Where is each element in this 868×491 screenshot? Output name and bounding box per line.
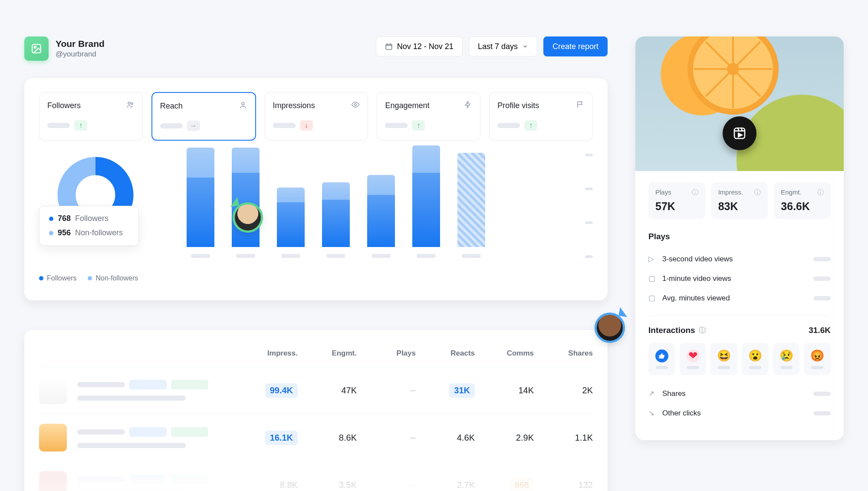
mini-stat-plays: Plays ⓘ 57K xyxy=(648,182,705,219)
create-report-button[interactable]: Create report xyxy=(543,36,608,56)
table-row[interactable]: 99.4K47K--31K14K2K xyxy=(39,366,593,414)
placeholder xyxy=(813,277,831,281)
svg-point-3 xyxy=(128,102,130,104)
mini-plays-value: 57K xyxy=(655,200,698,213)
users-icon xyxy=(126,100,135,111)
col-engmt[interactable]: Engmt. xyxy=(298,349,357,358)
interactions-title: Interactions xyxy=(648,326,695,335)
donut-nonfollowers-count: 956 xyxy=(58,228,71,237)
row-meta xyxy=(77,380,239,401)
placeholder xyxy=(273,123,296,128)
reaction-wow[interactable]: 😮 xyxy=(742,343,769,375)
metric-profile-visits[interactable]: Profile visits ↑ xyxy=(489,92,593,141)
stat-avgmin: ▢ Avg. minutes viewed xyxy=(648,288,831,308)
mini-stat-engmt: Engmt. ⓘ 36.6K xyxy=(774,182,831,219)
mini-engmt-label: Engmt. xyxy=(781,188,802,197)
col-impress[interactable]: Impress. xyxy=(239,349,298,358)
bar-column xyxy=(277,188,305,258)
bar-column xyxy=(322,182,350,258)
reel-icon xyxy=(733,126,746,140)
person-icon xyxy=(239,101,247,111)
col-comms[interactable]: Comms xyxy=(475,349,534,358)
dot-icon xyxy=(49,217,53,221)
stat-shares: ↗ Shares xyxy=(648,384,831,403)
donut-followers-label: Followers xyxy=(75,214,108,223)
trend-up-icon: ↑ xyxy=(412,120,425,131)
overview-card: Followers ↑ Reach xyxy=(24,78,608,300)
video-icon: ▢ xyxy=(648,274,657,283)
bar-column xyxy=(412,145,440,258)
trend-down-icon: ↓ xyxy=(300,120,313,131)
calendar-icon xyxy=(385,43,393,50)
share-icon: ↗ xyxy=(648,389,657,398)
collaborator-avatar xyxy=(233,202,263,233)
col-reacts[interactable]: Reacts xyxy=(416,349,475,358)
table-row[interactable]: 8.8K3.5K--2.7K668132 xyxy=(39,461,593,491)
reaction-angry[interactable]: 😡 xyxy=(804,343,831,375)
info-icon[interactable]: ⓘ xyxy=(692,188,698,197)
col-plays[interactable]: Plays xyxy=(357,349,416,358)
svg-point-5 xyxy=(242,102,244,105)
image-placeholder-icon xyxy=(31,43,42,54)
stat-1min: ▢ 1-minute video views xyxy=(648,269,831,288)
metric-impressions-label: Impressions xyxy=(273,101,315,110)
play-icon: ▷ xyxy=(648,254,657,264)
metric-engagement[interactable]: Engagement ↑ xyxy=(377,92,480,141)
mini-plays-label: Plays xyxy=(655,188,671,197)
mini-impress-value: 83K xyxy=(718,200,761,213)
svg-point-4 xyxy=(131,102,133,104)
metric-engagement-label: Engagement xyxy=(385,101,429,110)
reaction-like[interactable] xyxy=(648,343,675,375)
svg-rect-2 xyxy=(386,44,392,49)
mini-engmt-value: 36.6K xyxy=(781,200,824,213)
reaction-haha[interactable]: 😆 xyxy=(710,343,737,375)
bar-column xyxy=(187,148,214,258)
placeholder xyxy=(385,123,408,128)
reaction-love[interactable]: ❤ xyxy=(680,343,707,375)
orange-illustration xyxy=(683,36,783,119)
donut-followers-count: 768 xyxy=(58,214,71,223)
chevron-down-icon xyxy=(522,43,528,49)
plays-section-title: Plays xyxy=(648,232,831,241)
svg-point-6 xyxy=(355,104,357,106)
brand-handle: @yourbrand xyxy=(56,50,105,59)
svg-point-15 xyxy=(727,63,739,75)
post-thumb xyxy=(39,424,67,451)
brand-name: Your Brand xyxy=(56,39,105,49)
metric-followers[interactable]: Followers ↑ xyxy=(39,92,143,141)
trend-up-icon: ↑ xyxy=(74,120,87,131)
donut-tooltip: 768 Followers 956 Non-followers xyxy=(39,206,139,246)
time-span-label: Last 7 days xyxy=(478,42,518,51)
post-hero xyxy=(635,36,844,171)
metric-impressions[interactable]: Impressions ↓ xyxy=(265,92,368,141)
placeholder xyxy=(813,257,831,261)
metric-reach[interactable]: Reach → xyxy=(151,92,256,141)
placeholder xyxy=(497,123,520,128)
date-range-button[interactable]: Nov 12 - Nov 21 xyxy=(376,36,463,56)
play-button[interactable] xyxy=(723,116,756,150)
metric-reach-label: Reach xyxy=(160,102,183,111)
brand-logo xyxy=(24,36,49,61)
info-icon[interactable]: ⓘ xyxy=(817,188,824,197)
cursor-icon: ↘ xyxy=(648,409,657,418)
col-shares[interactable]: Shares xyxy=(534,349,593,358)
info-icon[interactable]: ⓘ xyxy=(754,188,761,197)
flag-icon xyxy=(576,100,585,111)
bolt-icon xyxy=(464,100,472,111)
reaction-sad[interactable]: 😢 xyxy=(773,343,800,375)
trend-up-icon: ↑ xyxy=(524,120,537,131)
interactions-total: 31.6K xyxy=(809,326,831,335)
placeholder xyxy=(813,392,831,396)
info-icon[interactable]: ⓘ xyxy=(699,326,706,335)
create-report-label: Create report xyxy=(552,42,598,51)
legend-followers: Followers xyxy=(39,274,76,282)
legend-nonfollowers: Non-followers xyxy=(88,274,138,282)
posts-table: Impress. Engmt. Plays Reacts Comms Share… xyxy=(24,330,608,491)
stat-other-clicks: ↘ Other clicks xyxy=(648,403,831,423)
row-meta xyxy=(77,475,239,491)
placeholder xyxy=(813,296,831,300)
table-row[interactable]: 16.1K8.6K--4.6K2.9K1.1K xyxy=(39,414,593,461)
placeholder xyxy=(160,123,183,129)
placeholder xyxy=(813,411,831,415)
time-span-button[interactable]: Last 7 days xyxy=(469,36,537,56)
